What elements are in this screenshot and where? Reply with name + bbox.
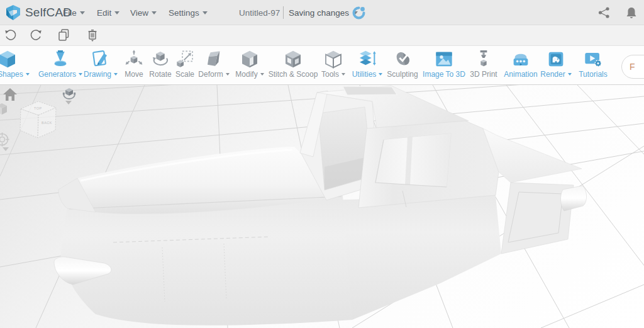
stitch-scoop-cube-icon <box>282 49 304 69</box>
menu-file[interactable]: File <box>63 0 85 25</box>
toolbar-label: Animation <box>504 70 537 79</box>
selfcad-logo[interactable]: SelfCAD <box>5 4 72 21</box>
toolbar-label: Image To 3D <box>423 70 465 79</box>
saving-status-dropdown[interactable]: Saving changes <box>289 0 358 25</box>
3d-viewport[interactable]: TOP BACK <box>0 85 644 328</box>
chevron-down-icon <box>26 73 30 76</box>
feedback-button[interactable]: F <box>621 55 644 79</box>
toolbar-drawing[interactable]: Drawing <box>80 49 121 79</box>
undo-icon[interactable] <box>4 28 18 42</box>
toolbar-tutorials[interactable]: Tutorials <box>572 49 614 79</box>
tutorials-video-icon <box>582 49 604 69</box>
toolbar-label: Render <box>540 70 565 79</box>
chevron-down-icon <box>568 73 572 76</box>
toolbar-deform[interactable]: Deform <box>194 49 234 79</box>
tools-wireframe-cube-icon <box>323 49 344 69</box>
view-cube-front-label: BACK <box>42 121 52 125</box>
sculpting-clay-check-icon <box>392 49 413 69</box>
move-cube-icon <box>123 49 145 69</box>
delete-trash-icon[interactable] <box>86 28 99 42</box>
render-image-icon <box>545 49 567 69</box>
toolbar-label: Utilities <box>352 70 377 79</box>
utilities-layers-icon <box>357 49 378 69</box>
document-title[interactable]: Untitled-97 <box>239 0 280 25</box>
image-to-3d-photo-icon <box>433 49 455 69</box>
divider <box>283 6 284 19</box>
selfcad-cube-logo-icon <box>5 4 21 21</box>
viewport-canvas: TOP BACK <box>0 85 644 328</box>
copy-icon[interactable] <box>57 28 70 42</box>
saving-status-label: Saving changes <box>289 8 349 18</box>
chevron-down-icon[interactable] <box>2 147 9 152</box>
toolbar-3d-print[interactable]: 3D Print <box>465 49 502 79</box>
chevron-down-icon <box>341 73 345 76</box>
toolbar-tools[interactable]: Tools <box>316 49 350 79</box>
chevron-down-icon <box>226 73 230 76</box>
toolbar-label: 3D Shapes <box>0 70 23 79</box>
feedback-button-label: F <box>630 62 635 72</box>
menu-edit[interactable]: Edit <box>97 0 119 25</box>
perspective-cube-icon[interactable] <box>0 102 9 116</box>
toolbar-3d-shapes[interactable]: 3D Shapes <box>0 49 31 79</box>
chevron-down-icon <box>152 11 157 14</box>
toolbar-label: Deform <box>198 70 223 79</box>
toolbar-label: Tutorials <box>579 70 608 79</box>
menu-settings-label: Settings <box>169 8 199 18</box>
modify-cube-icon <box>239 49 260 69</box>
deform-cube-icon <box>203 49 225 69</box>
menu-view-label: View <box>130 8 148 18</box>
menu-file-label: File <box>63 8 77 18</box>
toolbar-label: Move <box>125 70 143 79</box>
animation-stage-icon <box>510 49 531 69</box>
chevron-down-icon <box>203 11 208 14</box>
toolbar-label: Tools <box>321 70 339 79</box>
rotate-cube-icon <box>150 49 171 69</box>
toolbar-stitch-scoop[interactable]: Stitch & Scoop <box>263 49 323 79</box>
toolbar-label: Generators <box>38 70 76 79</box>
redo-icon[interactable] <box>29 28 43 42</box>
chevron-down-icon <box>80 11 85 14</box>
truck-body-3d-model[interactable] <box>54 86 587 325</box>
selfcad-app: { "colors": { "accent_blue": "#58a7d9", … <box>0 0 644 328</box>
printer-3d-icon <box>473 49 494 69</box>
toolbar-render[interactable]: Render <box>536 49 575 79</box>
main-toolbar: 3D Shapes Generators Drawing <box>0 46 644 85</box>
share-icon[interactable] <box>598 6 610 19</box>
toolbar-image-to-3d[interactable]: Image To 3D <box>418 49 470 79</box>
menubar: SelfCAD File Edit View Settings Untitled… <box>0 0 644 25</box>
menu-edit-label: Edit <box>97 8 111 18</box>
toolbar-label: Stitch & Scoop <box>269 70 318 79</box>
sync-progress-spinner-icon <box>352 6 365 20</box>
view-cube[interactable]: TOP BACK <box>20 101 56 138</box>
toolbar-label: Sculpting <box>387 70 418 79</box>
chevron-down-icon <box>114 11 119 14</box>
orbit-target-icon[interactable] <box>0 132 9 147</box>
toolbar-label: Scale <box>175 70 194 79</box>
notifications-bell-icon[interactable] <box>625 6 638 20</box>
menu-view[interactable]: View <box>130 0 157 25</box>
snap-magnet-icon[interactable] <box>62 86 77 100</box>
toolbar-label: 3D Print <box>470 70 497 79</box>
view-cube-top-label: TOP <box>34 106 42 110</box>
drawing-pen-icon <box>90 49 111 69</box>
menu-settings[interactable]: Settings <box>169 0 208 25</box>
toolbar-label: Drawing <box>84 70 111 79</box>
generator-pin-icon <box>50 49 71 69</box>
cube-icon <box>0 49 18 69</box>
scale-cube-icon <box>174 49 196 69</box>
toolbar-generators[interactable]: Generators <box>36 49 85 79</box>
quickbar <box>0 25 644 46</box>
toolbar-label: Modify <box>235 70 257 79</box>
chevron-down-icon[interactable] <box>65 100 72 105</box>
home-icon[interactable] <box>3 88 18 101</box>
